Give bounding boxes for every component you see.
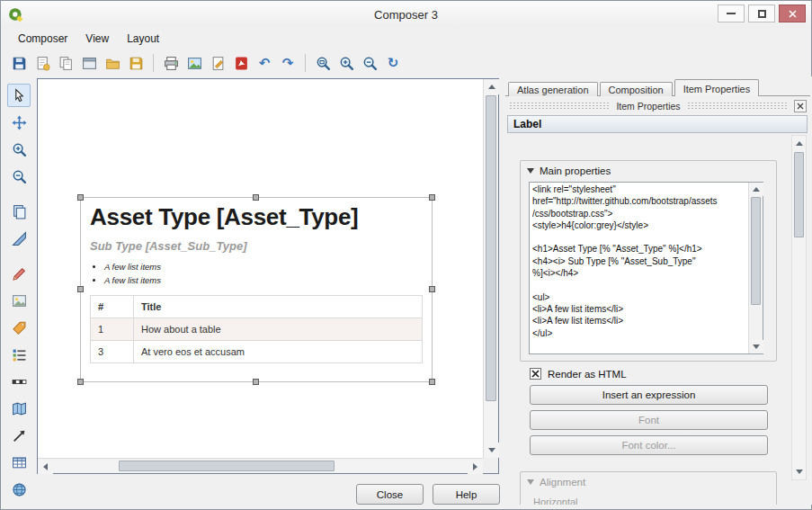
- add-map-frame-icon[interactable]: [7, 397, 31, 420]
- add-label-icon[interactable]: [7, 316, 31, 339]
- save-template-icon[interactable]: [124, 52, 147, 75]
- duplicate-composer-icon[interactable]: [54, 52, 77, 75]
- add-image-icon[interactable]: [7, 289, 31, 312]
- close-window-button[interactable]: [779, 4, 806, 22]
- move-content-icon[interactable]: [7, 111, 31, 134]
- scroll-down-arrow[interactable]: [749, 340, 763, 353]
- editor-vertical-scrollbar[interactable]: [748, 183, 763, 353]
- close-icon: [789, 10, 797, 18]
- composer-window: Composer 3 Composer View Layout ↶ ↷: [0, 0, 812, 510]
- scrollbar-corner: [483, 458, 498, 473]
- zoom-full-icon[interactable]: [311, 52, 335, 75]
- table-header-num: #: [91, 296, 134, 318]
- dock-drag-texture[interactable]: [509, 102, 610, 110]
- add-html-icon[interactable]: [7, 478, 31, 501]
- tab-item-properties[interactable]: Item Properties: [674, 79, 760, 96]
- label-subheading: Sub Type [Asset_Sub_Type]: [90, 239, 423, 253]
- menu-view[interactable]: View: [76, 30, 118, 48]
- render-as-html-checkbox[interactable]: [530, 368, 541, 380]
- scroll-up-arrow[interactable]: [749, 183, 763, 196]
- font-button: Font: [530, 410, 768, 430]
- tab-composition[interactable]: Composition: [600, 82, 673, 96]
- table-cell: How about a table: [134, 318, 423, 341]
- table-row: 1 How about a table: [91, 318, 423, 341]
- minimize-button[interactable]: [718, 4, 745, 22]
- resize-handle-e[interactable]: [429, 286, 435, 292]
- select-item-icon[interactable]: [7, 84, 31, 107]
- dock-close-button[interactable]: [794, 100, 807, 112]
- scroll-left-arrow[interactable]: [38, 459, 53, 474]
- label-html-source[interactable]: <link rel="stylesheet" href="http://twit…: [532, 183, 746, 353]
- scroll-down-arrow[interactable]: [484, 443, 499, 458]
- zoom-out-icon[interactable]: [7, 165, 31, 188]
- main-properties-header[interactable]: Main properties: [521, 161, 776, 176]
- table-row: 3 At vero eos et accusam: [91, 341, 423, 363]
- print-icon[interactable]: [159, 52, 183, 75]
- close-icon: [797, 103, 804, 110]
- resize-handle-n[interactable]: [253, 194, 259, 201]
- scroll-right-arrow[interactable]: [468, 459, 483, 474]
- redo-icon[interactable]: ↷: [276, 52, 299, 75]
- add-map-icon[interactable]: [7, 200, 31, 223]
- add-arrow-icon[interactable]: [7, 424, 31, 447]
- canvas-horizontal-scrollbar[interactable]: [38, 458, 483, 473]
- composer-manager-icon[interactable]: [77, 52, 101, 75]
- maximize-button[interactable]: [748, 4, 775, 22]
- table-header-row: # Title: [91, 296, 423, 318]
- dock-drag-texture[interactable]: [687, 102, 788, 110]
- panel-vertical-scrollbar[interactable]: [791, 135, 807, 480]
- scroll-up-arrow[interactable]: [484, 79, 499, 94]
- help-button[interactable]: Help: [433, 484, 500, 505]
- main-toolbar: ↶ ↷ ↻: [2, 49, 810, 76]
- render-as-html-label: Render as HTML: [548, 369, 627, 380]
- group-title: Alignment: [540, 477, 585, 488]
- resize-handle-ne[interactable]: [429, 194, 435, 201]
- item-toolbar: [4, 78, 34, 508]
- scroll-down-arrow[interactable]: [791, 464, 807, 479]
- zoom-in-icon[interactable]: [335, 52, 358, 75]
- label-bullet-list: A few list items A few list items: [104, 261, 423, 287]
- vertical-scroll-thumb[interactable]: [486, 95, 496, 401]
- load-template-icon[interactable]: [101, 52, 124, 75]
- dock-title: Item Properties: [616, 101, 680, 112]
- insert-expression-button[interactable]: Insert an expression: [530, 385, 768, 405]
- add-table-icon[interactable]: [7, 451, 31, 474]
- canvas-vertical-scrollbar[interactable]: [483, 79, 498, 458]
- resize-handle-s[interactable]: [253, 379, 259, 385]
- toolbar-separator: [305, 54, 306, 72]
- font-color-button: Font color...: [530, 435, 768, 455]
- refresh-icon[interactable]: ↻: [381, 52, 405, 75]
- resize-handle-sw[interactable]: [77, 379, 84, 385]
- page[interactable]: Asset Type [Asset_Type] Sub Type [Asset_…: [38, 79, 483, 458]
- save-project-icon[interactable]: [7, 52, 31, 75]
- menu-layout[interactable]: Layout: [118, 30, 168, 48]
- zoom-in-icon[interactable]: [7, 138, 31, 161]
- alignment-header[interactable]: Alignment: [521, 472, 776, 488]
- export-svg-icon[interactable]: [206, 52, 229, 75]
- label-item[interactable]: Asset Type [Asset_Type] Sub Type [Asset_…: [80, 197, 433, 382]
- item-properties-panel: Atlas generation Composition Item Proper…: [504, 76, 812, 505]
- resize-handle-nw[interactable]: [77, 194, 84, 201]
- resize-handle-w[interactable]: [77, 286, 84, 292]
- resize-handle-se[interactable]: [429, 379, 435, 385]
- panel-scroll-thumb[interactable]: [794, 152, 804, 237]
- label-html-editor[interactable]: <link rel="stylesheet" href="http://twit…: [529, 182, 763, 354]
- add-shape-icon[interactable]: [7, 262, 31, 285]
- add-scalebar-icon[interactable]: [7, 370, 31, 393]
- toolbar-separator: [153, 54, 154, 72]
- close-button[interactable]: Close: [356, 484, 424, 505]
- add-legend-icon[interactable]: [7, 343, 31, 366]
- undo-icon[interactable]: ↶: [253, 52, 276, 75]
- export-image-icon[interactable]: [183, 52, 206, 75]
- scroll-up-arrow[interactable]: [791, 136, 807, 151]
- composition-canvas[interactable]: Asset Type [Asset_Type] Sub Type [Asset_…: [37, 78, 499, 474]
- export-pdf-icon[interactable]: [229, 52, 253, 75]
- horizontal-scroll-thumb[interactable]: [119, 461, 335, 471]
- zoom-out-icon[interactable]: [358, 52, 381, 75]
- editor-scroll-thumb[interactable]: [751, 197, 761, 305]
- table-cell: At vero eos et accusam: [134, 341, 423, 363]
- tab-atlas-generation[interactable]: Atlas generation: [508, 82, 598, 96]
- menu-composer[interactable]: Composer: [9, 30, 76, 48]
- add-rectangle-icon[interactable]: [7, 227, 31, 250]
- new-composer-icon[interactable]: [31, 52, 54, 75]
